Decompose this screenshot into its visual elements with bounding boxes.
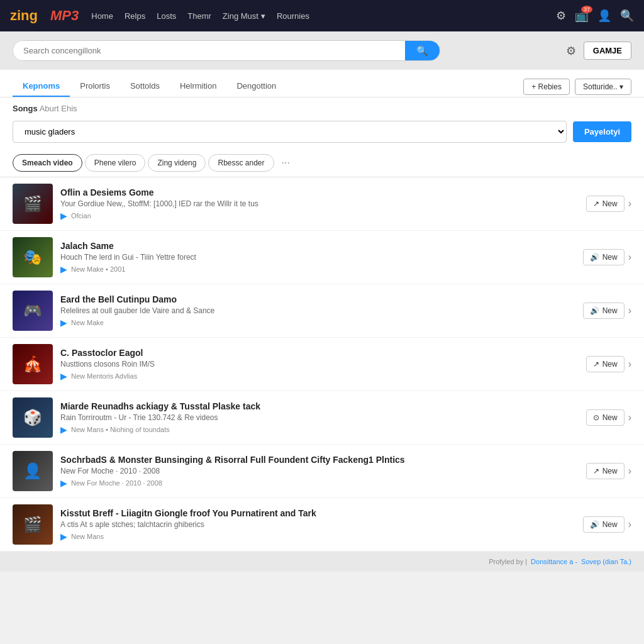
new-label: New (602, 199, 618, 208)
song-info: Kisstut Breff - Liiagitn Giongle froof Y… (60, 508, 575, 541)
song-actions: ↗ New › (586, 196, 631, 212)
song-thumbnail: 🎬 (13, 504, 53, 545)
song-info: SochrbadS & Monster Bunsinging & Risorra… (60, 455, 579, 488)
new-button[interactable]: ⊙ New (586, 409, 625, 426)
more-options-button[interactable]: › (628, 519, 631, 530)
song-actions: ↗ New › (586, 356, 631, 372)
song-actions: 🔊 New › (583, 516, 631, 533)
song-meta-text: New Mans • Niohing of toundats (71, 426, 170, 433)
sub-tab-rbessc[interactable]: Rbessc ander (208, 154, 274, 172)
song-title: SochrbadS & Monster Bunsinging & Risorra… (60, 455, 579, 465)
new-button[interactable]: ↗ New (586, 356, 625, 372)
song-meta: ▶ New Make • 2001 (60, 264, 575, 274)
sub-tab-zing[interactable]: Zing videng (148, 154, 206, 172)
play-icon: ▶ (60, 318, 67, 328)
new-label: New (602, 360, 618, 369)
footer-link1[interactable]: Donsittance a - (531, 558, 577, 565)
play-icon: ▶ (60, 264, 67, 274)
song-meta-text: New Make • 2001 (71, 265, 125, 273)
play-icon: ▶ (60, 531, 67, 541)
search-nav-icon[interactable]: 🔍 (620, 9, 634, 23)
nav-themr[interactable]: Themr (187, 11, 211, 21)
nav-zingmust[interactable]: Zing Must ▾ (223, 11, 265, 21)
play-icon: ▶ (60, 478, 67, 488)
song-title: Oflin a Desiems Gome (60, 187, 579, 197)
footer-text: Profyled by | (489, 558, 527, 565)
song-thumbnail: 🎭 (13, 237, 53, 277)
user-icon[interactable]: 👤 (597, 9, 611, 23)
table-row: 🎬 Kisstut Breff - Liiagitn Giongle froof… (0, 498, 644, 552)
search-input[interactable] (13, 41, 405, 60)
login-button[interactable]: GAMJE (584, 42, 631, 60)
search-button[interactable]: 🔍 (405, 41, 440, 60)
footer-link2[interactable]: Sovep (dian Ta.) (581, 558, 631, 565)
new-label: New (602, 413, 618, 422)
sub-tab-smeach[interactable]: Smeach video (13, 154, 82, 172)
more-options-button[interactable]: › (628, 305, 631, 316)
new-icon: ↗ (593, 360, 599, 369)
song-meta: ▶ New Mentoris Advlias (60, 371, 579, 381)
song-thumbnail: 🎲 (13, 397, 53, 438)
top-navigation: zing MP3 Home Relps Losts Themr Zing Mus… (0, 0, 644, 31)
song-actions: 🔊 New › (583, 303, 631, 319)
playlist-select[interactable]: music gladers (13, 121, 567, 143)
tab-dengottion[interactable]: Dengottion (226, 76, 286, 97)
tab-actions: + Rebies Sotturide.. ▾ (523, 79, 631, 95)
new-icon: 🔊 (590, 520, 599, 529)
settings-icon[interactable]: ⚙ (556, 9, 566, 23)
more-options-button[interactable]: › (628, 465, 631, 477)
tab-sottolds[interactable]: Sottolds (120, 76, 170, 97)
song-meta: ▶ New For Moche · 2010 · 2008 (60, 478, 579, 488)
more-options-button[interactable]: › (628, 412, 631, 423)
new-label: New (602, 520, 618, 529)
song-thumbnail: 👤 (13, 451, 53, 491)
table-row: 🎭 Jalach Same Houch The lerd in Gui - Ti… (0, 231, 644, 284)
new-button[interactable]: 🔊 New (583, 249, 625, 265)
new-button[interactable]: 🔊 New (583, 516, 625, 533)
song-subtitle: Your Gordiue New,, StoffM: [1000,] IED r… (60, 199, 579, 208)
nav-losts[interactable]: Losts (157, 11, 176, 21)
song-list: 🎬 Oflin a Desiems Gome Your Gordiue New,… (0, 177, 644, 552)
song-subtitle: A ctis At s aple stches; talchtacrin ghi… (60, 520, 575, 529)
new-icon: 🔊 (590, 306, 599, 315)
new-label: New (602, 467, 618, 475)
song-actions: ⊙ New › (586, 409, 631, 426)
nav-home[interactable]: Home (91, 11, 113, 21)
new-icon: ↗ (593, 199, 599, 208)
zing-logo: zing (10, 8, 38, 24)
sort-button[interactable]: Sotturide.. ▾ (575, 79, 631, 95)
more-options-button[interactable]: › (628, 358, 631, 370)
songs-label: Songs (13, 104, 38, 113)
new-button[interactable]: ↗ New (586, 196, 625, 212)
song-subtitle: Rain Torriroutm - Ur - Trie 130.742 & Re… (60, 413, 579, 422)
play-all-button[interactable]: Payelotyi (573, 121, 631, 142)
playlist-row: music gladers Payelotyi (0, 117, 644, 149)
song-title: Kisstut Breff - Liiagitn Giongle froof Y… (60, 508, 575, 518)
song-meta-text: New Mans (71, 533, 104, 540)
more-options-button[interactable]: › (628, 252, 631, 263)
play-icon: ▶ (60, 371, 67, 381)
song-subtitle: Houch The lerd in Gui - Tiiin Yettre for… (60, 253, 575, 262)
nav-relps[interactable]: Relps (125, 11, 145, 21)
sub-tab-phene[interactable]: Phene vilero (85, 154, 146, 172)
song-info: Miarde Reunadhs ackiagy & Tusstal Plaske… (60, 401, 579, 435)
table-row: 👤 SochrbadS & Monster Bunsinging & Risor… (0, 445, 644, 498)
song-meta-text: Ofcian (71, 212, 91, 219)
tab-kepnoms[interactable]: Kepnoms (13, 76, 70, 97)
search-box: 🔍 (13, 40, 440, 61)
more-tabs-button[interactable]: ··· (277, 155, 295, 171)
mp3-logo: MP3 (50, 8, 79, 24)
new-label: New (602, 306, 618, 315)
notification-icon[interactable]: 📺 37 (575, 9, 589, 23)
dropdown-arrow-icon: ▾ (261, 11, 265, 21)
more-options-button[interactable]: › (628, 198, 631, 209)
add-rebies-button[interactable]: + Rebies (523, 79, 570, 95)
new-button[interactable]: 🔊 New (583, 303, 625, 319)
new-button[interactable]: ↗ New (586, 463, 625, 479)
song-thumbnail: 🎬 (13, 184, 53, 224)
tab-prolortis[interactable]: Prolortis (70, 76, 120, 97)
search-gear-button[interactable]: ⚙ (566, 44, 576, 58)
tab-helrmition[interactable]: Helrmition (170, 76, 227, 97)
nav-rournies[interactable]: Rournies (277, 11, 309, 21)
new-icon: ⊙ (593, 413, 599, 422)
